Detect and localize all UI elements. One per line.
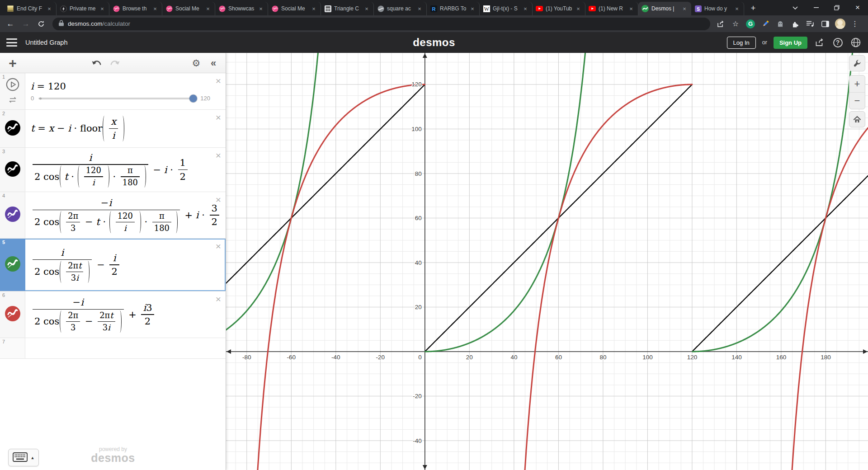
- expression-math[interactable]: i2 cost · 120i · π180 − i · 12: [31, 152, 210, 188]
- login-button[interactable]: Log In: [727, 37, 756, 49]
- expression-row-6[interactable]: 6−i2 cos2π3 − 2πt3i + i32×: [0, 291, 226, 338]
- expression-math[interactable]: i2 cos2πt3i − i2: [31, 247, 210, 283]
- browser-menu-icon[interactable]: ⋮: [849, 18, 861, 30]
- pencil-extension-icon[interactable]: [760, 18, 771, 30]
- keyboard-toggle-button[interactable]: ▲: [8, 449, 39, 466]
- bookmark-star-icon[interactable]: ☆: [730, 18, 741, 30]
- graph-title[interactable]: Untitled Graph: [25, 39, 68, 46]
- new-tab-button[interactable]: +: [747, 2, 760, 14]
- share-icon[interactable]: [715, 18, 726, 30]
- extensions-puzzle-icon[interactable]: [789, 18, 801, 30]
- tab-close-icon[interactable]: ×: [733, 5, 741, 12]
- tab-close-icon[interactable]: ×: [151, 5, 159, 12]
- slider-handle[interactable]: [189, 94, 197, 102]
- tab-close-icon[interactable]: ×: [416, 5, 423, 12]
- expression-style-icon[interactable]: [5, 306, 20, 323]
- browser-tab[interactable]: RRARBG To×: [427, 2, 480, 15]
- browser-tab[interactable]: square ac×: [374, 2, 427, 15]
- expression-row-4[interactable]: 4−i2 cos2π3 − t · 120i · π180 + i · 32×: [0, 192, 226, 239]
- expression-row-3[interactable]: 3i2 cost · 120i · π180 − i · 12×: [0, 148, 226, 192]
- expression-math[interactable]: −i2 cos2π3 − 2πt3i + i32: [31, 296, 210, 333]
- share-graph-icon[interactable]: [814, 37, 826, 48]
- expression-style-icon[interactable]: [5, 207, 20, 224]
- tab-close-icon[interactable]: ×: [204, 5, 212, 12]
- tab-close-icon[interactable]: ×: [257, 5, 264, 12]
- signup-button[interactable]: Sign Up: [774, 37, 807, 49]
- lock-icon[interactable]: [59, 20, 64, 28]
- profile-avatar[interactable]: [834, 18, 846, 30]
- playlist-extension-icon[interactable]: [804, 18, 816, 30]
- default-viewport-home-button[interactable]: [849, 111, 865, 127]
- tab-close-icon[interactable]: ×: [469, 5, 476, 12]
- expression-row-2[interactable]: 2t = x − i · floorxi×: [0, 110, 226, 148]
- browser-tab[interactable]: Triangle C×: [321, 2, 374, 15]
- address-bar[interactable]: desmos.com/calculator: [52, 18, 710, 30]
- browser-tab[interactable]: SHow do y×: [691, 2, 744, 15]
- tab-close-icon[interactable]: ×: [99, 5, 106, 12]
- window-restore-button[interactable]: [826, 0, 847, 15]
- expression-math[interactable]: t = x − i · floorxi: [31, 116, 210, 141]
- back-button[interactable]: ←: [4, 17, 17, 31]
- browser-tab[interactable]: Social Me×: [268, 2, 321, 15]
- graph-settings-gear-icon[interactable]: ⚙: [188, 53, 204, 73]
- tab-close-icon[interactable]: ×: [363, 5, 370, 12]
- slider-track[interactable]: [38, 98, 196, 99]
- remove-expression-icon[interactable]: ×: [216, 241, 221, 251]
- remove-expression-icon[interactable]: ×: [216, 113, 221, 122]
- expression-style-icon[interactable]: [5, 120, 20, 137]
- collapse-panel-icon[interactable]: «: [205, 53, 222, 73]
- expression-style-icon[interactable]: [5, 256, 20, 273]
- expression-gutter[interactable]: 3: [0, 148, 25, 192]
- tab-close-icon[interactable]: ×: [46, 5, 53, 12]
- play-slider-button[interactable]: [6, 78, 19, 93]
- grammarly-extension-icon[interactable]: G: [745, 18, 756, 30]
- browser-tab[interactable]: Desmos |×: [638, 2, 691, 15]
- expression-gutter[interactable]: 2: [0, 110, 25, 147]
- remove-expression-icon[interactable]: ×: [216, 76, 221, 85]
- window-close-button[interactable]: ×: [847, 0, 868, 15]
- slider-min-label[interactable]: 0: [31, 95, 34, 102]
- browser-tab[interactable]: (1) YouTub×: [533, 2, 585, 15]
- expression-content[interactable]: −i2 cos2π3 − 2πt3i + i32: [25, 291, 226, 338]
- ghost-extension-icon[interactable]: [774, 18, 786, 30]
- tab-close-icon[interactable]: ×: [522, 5, 529, 12]
- redo-button[interactable]: [107, 53, 123, 73]
- reload-button[interactable]: [34, 17, 48, 31]
- help-icon[interactable]: ?: [832, 37, 844, 48]
- forward-button[interactable]: →: [19, 17, 33, 31]
- tab-close-icon[interactable]: ×: [575, 5, 582, 12]
- expression-math[interactable]: i = 120: [31, 81, 210, 92]
- main-menu-icon[interactable]: [6, 38, 17, 47]
- expression-content[interactable]: −i2 cos2π3 − t · 120i · π180 + i · 32: [25, 192, 236, 238]
- expression-content[interactable]: i2 cost · 120i · π180 − i · 12: [25, 148, 226, 192]
- expression-gutter[interactable]: 7: [0, 338, 25, 358]
- expression-gutter[interactable]: 1: [0, 73, 25, 109]
- zoom-in-button[interactable]: +: [849, 75, 865, 92]
- side-panel-icon[interactable]: [819, 18, 831, 30]
- tab-close-icon[interactable]: ×: [681, 5, 688, 12]
- browser-tab[interactable]: Showwcas×: [215, 2, 268, 15]
- browser-tab[interactable]: (1) New R×: [585, 2, 638, 15]
- expression-content[interactable]: i = 1200120: [25, 73, 226, 109]
- expression-gutter[interactable]: 5: [0, 239, 25, 291]
- expression-row-1[interactable]: 1i = 1200120×: [0, 73, 226, 110]
- tab-close-icon[interactable]: ×: [627, 5, 635, 12]
- browser-tab[interactable]: Social Me×: [162, 2, 215, 15]
- slider-max-label[interactable]: 120: [200, 95, 210, 102]
- window-minimize-button[interactable]: [806, 0, 826, 15]
- remove-expression-icon[interactable]: ×: [216, 294, 221, 304]
- undo-button[interactable]: [89, 53, 105, 73]
- browser-tab[interactable]: Browse th×: [109, 2, 162, 15]
- graph-settings-wrench-button[interactable]: [849, 55, 865, 71]
- browser-tab[interactable]: Private me×: [57, 2, 109, 15]
- add-expression-button[interactable]: +: [4, 53, 22, 73]
- tab-close-icon[interactable]: ×: [310, 5, 317, 12]
- expression-gutter[interactable]: 6: [0, 291, 25, 338]
- remove-expression-icon[interactable]: ×: [216, 150, 221, 160]
- graph-paper[interactable]: -80-60-40-200204060801001201401601801201…: [226, 53, 868, 470]
- graph-canvas[interactable]: -80-60-40-200204060801001201401601801201…: [226, 53, 868, 470]
- expression-row-5[interactable]: 5i2 cos2πt3i − i2×: [0, 239, 226, 291]
- tab-search-chevron-icon[interactable]: [785, 0, 806, 15]
- remove-expression-icon[interactable]: ×: [216, 195, 221, 204]
- zoom-out-button[interactable]: −: [849, 92, 865, 109]
